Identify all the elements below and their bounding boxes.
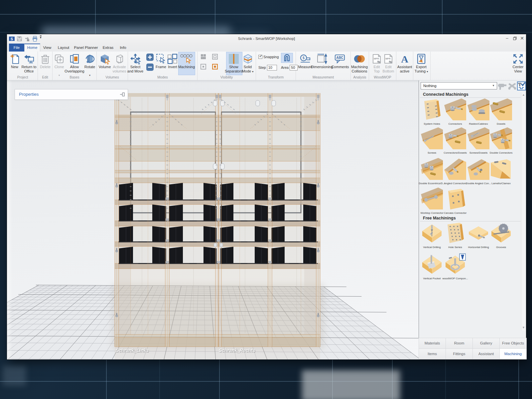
svg-text:ABC: ABC (336, 56, 343, 60)
svg-text:MPR: MPR (385, 58, 391, 60)
svg-text:5: 5 (303, 56, 305, 60)
svg-text:A: A (401, 54, 408, 64)
svg-text:Schrank_Links: Schrank_Links (116, 348, 149, 353)
svg-text:Schrank_Rechts: Schrank_Rechts (219, 348, 255, 353)
svg-text:MPR: MPR (374, 58, 379, 60)
